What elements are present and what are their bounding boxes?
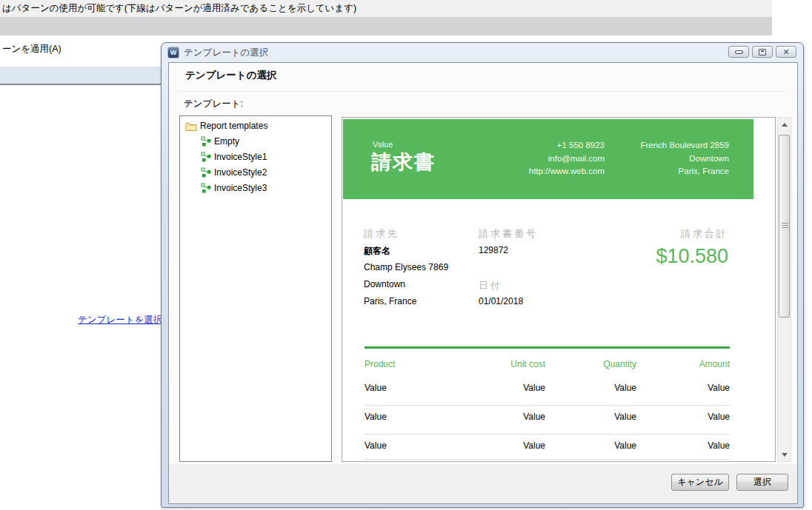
customer-street: Champ Elysees 7869 xyxy=(364,262,448,272)
invoice-number-value: 129872 xyxy=(479,245,508,255)
app-icon: W xyxy=(167,47,179,58)
screen: はパターンの使用が可能です(下線はパターンが適用済みであることを示しています) … xyxy=(0,0,812,510)
cell: Value xyxy=(453,383,545,393)
table-row: Value Value Value Value xyxy=(365,383,730,393)
invoice-total-value: $10.580 xyxy=(656,245,728,268)
dialog-content: テンプレートの選択 テンプレート: Report templates xyxy=(168,62,798,504)
close-button[interactable]: ✕ xyxy=(776,46,796,58)
invoice-contact-block: +1 550 8923 info@mail.com http://www.web… xyxy=(529,139,605,178)
dialog-footer: キャンセル 選択 xyxy=(169,464,797,503)
customer-district: Downtown xyxy=(364,279,405,289)
template-tree-label: テンプレート: xyxy=(184,98,243,110)
date-value: 01/01/2018 xyxy=(479,296,523,306)
invoice-phone: +1 550 8923 xyxy=(529,139,605,152)
tree-node-invoicestyle2[interactable]: InvoiceStyle2 xyxy=(201,166,267,179)
cell: Value xyxy=(545,440,636,451)
invoice-website: http://www.web.com xyxy=(529,165,605,178)
tree-node-label: InvoiceStyle1 xyxy=(214,152,267,162)
close-icon: ✕ xyxy=(782,48,789,56)
invoice-table-header: Product Unit cost Quantity Amount xyxy=(365,359,730,369)
minimize-button[interactable] xyxy=(728,46,749,58)
cell: Value xyxy=(636,383,730,393)
invoice-district: Downtown xyxy=(640,152,729,166)
row-separator xyxy=(365,405,730,406)
tree-node-label: Report templates xyxy=(200,121,267,131)
report-template-icon xyxy=(201,136,211,147)
bill-to-label: 請求先 xyxy=(364,227,399,241)
tree-node-invoicestyle1[interactable]: InvoiceStyle1 xyxy=(201,150,267,164)
invoice-street: French Boulevard 2859 xyxy=(640,139,729,152)
table-top-rule xyxy=(365,346,730,349)
tree-node-label: Empty xyxy=(214,136,239,147)
row-separator xyxy=(365,459,730,460)
tree-node-empty[interactable]: Empty xyxy=(201,135,239,148)
select-template-link[interactable]: テンプレートを選択... xyxy=(78,314,170,326)
customer-name: 顧客名 xyxy=(364,245,390,258)
report-template-icon xyxy=(201,167,211,178)
maximize-button[interactable] xyxy=(752,46,773,58)
arrow-down-icon xyxy=(782,453,788,457)
dialog-titlebar[interactable]: W テンプレートの選択 ✕ xyxy=(162,43,803,62)
col-unitcost: Unit cost xyxy=(453,359,545,369)
maximize-icon xyxy=(759,49,766,56)
dialog-title: テンプレートの選択 xyxy=(184,47,268,59)
scroll-up-button[interactable] xyxy=(778,118,791,130)
scrollbar-thumb[interactable] xyxy=(779,135,790,318)
page-title: テンプレートの選択 xyxy=(185,69,276,82)
cell: Value xyxy=(365,412,453,422)
table-row: Value Value Value Value xyxy=(365,440,730,451)
tree-node-report-templates[interactable]: Report templates xyxy=(185,119,267,132)
invoice-address-block: French Boulevard 2859 Downtown Paris, Fr… xyxy=(640,139,729,178)
arrow-up-icon xyxy=(782,123,788,127)
cancel-button[interactable]: キャンセル xyxy=(671,474,729,491)
folder-icon xyxy=(185,121,197,131)
cell: Value xyxy=(636,412,730,422)
date-label: 日付 xyxy=(479,279,502,292)
template-tree[interactable]: Report templates Empty xyxy=(179,115,332,462)
customer-city: Paris, France xyxy=(364,296,416,306)
thumb-grip-icon xyxy=(782,223,788,228)
cell: Value xyxy=(365,383,453,393)
tree-node-label: InvoiceStyle3 xyxy=(214,183,267,193)
cell: Value xyxy=(365,440,453,451)
invoice-total-label: 請求合計 xyxy=(681,227,728,241)
heading-separator xyxy=(179,91,789,92)
tree-node-invoicestyle3[interactable]: InvoiceStyle3 xyxy=(201,181,267,195)
cell: Value xyxy=(453,412,545,422)
template-preview-pane: Value 請求書 +1 550 8923 info@mail.com http… xyxy=(342,117,776,462)
cell: Value xyxy=(636,440,730,451)
col-quantity: Quantity xyxy=(545,359,636,369)
invoice-title: 請求書 xyxy=(371,149,436,175)
cell: Value xyxy=(453,440,545,451)
col-product: Product xyxy=(365,359,453,369)
col-amount: Amount xyxy=(636,359,730,369)
invoice-header-band: Value 請求書 +1 550 8923 info@mail.com http… xyxy=(343,119,753,199)
cell: Value xyxy=(545,383,636,393)
table-row: Value Value Value Value xyxy=(365,412,730,422)
apply-pattern-label: ーンを適用(A) xyxy=(2,43,61,56)
report-template-icon xyxy=(201,152,211,162)
preview-scrollbar[interactable] xyxy=(777,117,791,462)
invoice-number-label: 請求書番号 xyxy=(479,227,538,241)
pattern-notice-text: はパターンの使用が可能です(下線はパターンが適用済みであることを示しています) xyxy=(2,2,356,15)
report-template-icon xyxy=(201,183,211,193)
invoice-company-placeholder: Value xyxy=(373,140,393,149)
invoice-email: info@mail.com xyxy=(529,152,605,166)
template-selection-dialog: W テンプレートの選択 ✕ テンプレートの選択 テンプレート: Report t… xyxy=(161,42,804,508)
minimize-icon xyxy=(735,50,743,54)
select-button[interactable]: 選択 xyxy=(736,474,788,491)
invoice-city: Paris, France xyxy=(640,165,729,178)
tree-node-label: InvoiceStyle2 xyxy=(214,167,267,178)
background-toolbar-strip xyxy=(0,17,772,36)
cell: Value xyxy=(545,412,636,422)
scroll-down-button[interactable] xyxy=(778,449,791,460)
row-separator xyxy=(365,434,730,434)
